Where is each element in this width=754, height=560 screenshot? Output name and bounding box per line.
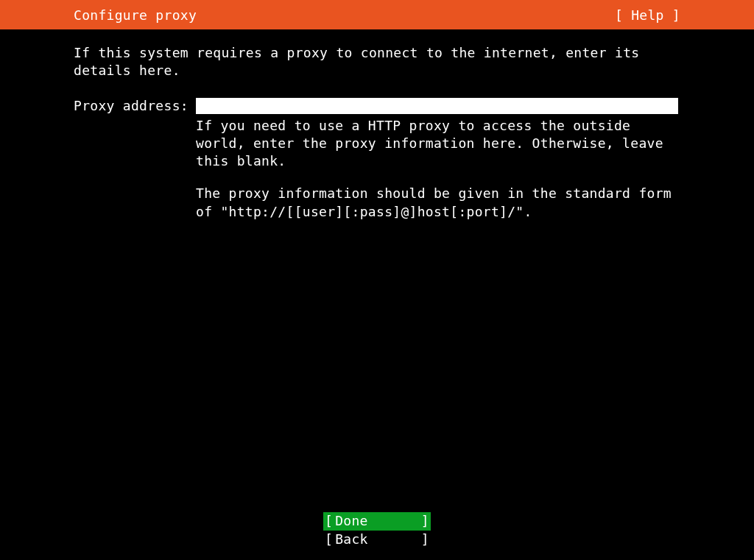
instructions-text: If this system requires a proxy to conne… [74,44,677,80]
content-area: If this system requires a proxy to conne… [0,29,754,235]
bracket-icon: [ [325,512,333,530]
back-button[interactable]: [ Back ] [323,531,431,548]
bracket-icon: [ [325,531,333,548]
proxy-help-text-2: The proxy information should be given in… [196,185,678,221]
done-button[interactable]: [ Done ] [323,512,431,530]
header-bar: Configure proxy [ Help ] [0,0,754,29]
back-label: Back [335,531,419,548]
proxy-help-text-1: If you need to use a HTTP proxy to acces… [196,117,678,171]
bracket-icon: ] [421,512,429,530]
help-button[interactable]: [ Help ] [615,7,680,23]
page-title: Configure proxy [74,7,197,23]
bracket-icon: ] [421,531,429,548]
proxy-input[interactable] [196,98,678,114]
proxy-form-row: Proxy address: If you need to use a HTTP… [74,98,680,235]
done-label: Done [335,512,419,530]
proxy-field-area: If you need to use a HTTP proxy to acces… [196,98,678,235]
footer-actions: [ Done ] [ Back ] [0,512,754,548]
proxy-label: Proxy address: [74,98,196,113]
